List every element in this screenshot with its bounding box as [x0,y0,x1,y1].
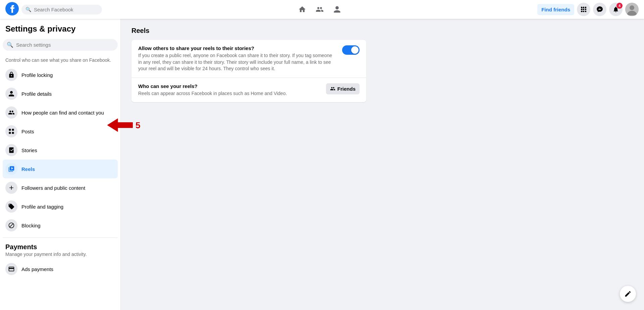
sidebar-item-profile-details[interactable]: Profile details [3,84,118,103]
top-navigation: 🔍 Find friends 4 [0,0,644,19]
allow-share-reels-desc: If you create a public reel, anyone on F… [138,52,337,72]
reels-icon [5,163,17,175]
nav-center [294,1,345,17]
svg-rect-9 [585,11,586,12]
find-contact-icon [5,106,17,119]
svg-rect-7 [581,11,582,12]
find-friends-button[interactable]: Find friends [537,4,574,15]
red-arrow-icon [107,117,134,134]
svg-rect-1 [581,7,582,8]
svg-rect-4 [581,9,582,10]
settings-search-icon: 🔍 [7,42,13,48]
settings-search-bar[interactable]: 🔍 [3,39,118,51]
stories-icon [5,144,17,156]
global-search-bar[interactable]: 🔍 [21,5,102,14]
svg-rect-2 [583,7,584,8]
avatar[interactable] [625,3,639,16]
profile-tagging-icon [5,201,17,213]
profile-tagging-label: Profile and tagging [21,204,63,210]
stories-label: Stories [21,147,37,153]
payments-title: Payments [3,240,118,252]
sidebar-title: Settings & privacy [3,24,118,36]
nav-right: Find friends 4 [537,3,639,16]
nav-left: 🔍 [5,2,102,17]
who-can-see-reels-desc: Reels can appear across Facebook in plac… [138,90,321,97]
sidebar-divider [3,237,118,238]
allow-share-reels-title: Allow others to share your reels to thei… [138,45,337,51]
friends-button-label: Friends [337,86,356,92]
profile-details-label: Profile details [21,91,52,97]
search-icon: 🔍 [25,7,31,12]
sidebar-item-profile-locking[interactable]: Profile locking [3,65,118,84]
home-nav-button[interactable] [294,1,310,17]
global-search-input[interactable] [34,7,98,12]
who-can-see-reels-action: Friends [326,83,360,94]
blocking-icon [5,219,17,231]
reels-label: Reels [21,166,35,172]
profile-locking-icon [5,69,17,81]
who-can-see-reels-title: Who can see your reels? [138,83,321,89]
svg-rect-14 [9,132,11,134]
sidebar-item-ads-payments[interactable]: Ads payments [3,260,118,278]
friends-button-icon [330,86,335,91]
sidebar: Settings & privacy 🔍 Control who can see… [0,19,121,310]
allow-share-reels-text: Allow others to share your reels to thei… [138,45,337,72]
svg-point-11 [630,5,634,10]
svg-rect-12 [9,129,11,131]
sidebar-item-followers[interactable]: Followers and public content [3,178,118,197]
sidebar-item-stories[interactable]: Stories [3,141,118,160]
notifications-button[interactable]: 4 [609,3,623,16]
allow-share-reels-row: Allow others to share your reels to thei… [131,40,366,78]
friends-nav-button[interactable] [312,1,328,17]
svg-rect-8 [583,11,584,12]
svg-rect-3 [585,7,586,8]
content-area: Reels Allow others to share your reels t… [121,19,644,310]
svg-marker-17 [107,119,133,132]
payments-desc: Manage your payment info and activity. [3,252,118,260]
svg-rect-13 [12,129,14,131]
section-description: Control who can see what you share on Fa… [3,56,118,65]
svg-rect-15 [12,132,14,134]
find-contact-label: How people can find and contact you [21,110,104,116]
notification-count: 4 [616,3,623,9]
sidebar-item-blocking[interactable]: Blocking [3,216,118,235]
main-layout: Settings & privacy 🔍 Control who can see… [0,19,644,310]
profile-nav-button[interactable] [329,1,345,17]
profile-locking-label: Profile locking [21,72,53,78]
sidebar-item-find-contact[interactable]: How people can find and contact you [3,103,118,122]
posts-icon [5,125,17,137]
allow-share-reels-toggle[interactable] [342,45,360,55]
svg-rect-5 [583,9,584,10]
sidebar-item-reels[interactable]: Reels [3,160,118,178]
compose-button[interactable] [620,286,636,302]
facebook-logo[interactable] [5,2,19,17]
svg-rect-6 [585,9,586,10]
reels-settings-card: Allow others to share your reels to thei… [131,40,366,102]
who-can-see-reels-row: Who can see your reels? Reels can appear… [131,78,366,102]
sidebar-item-profile-tagging[interactable]: Profile and tagging [3,197,118,216]
content-section-title: Reels [131,27,633,35]
who-can-see-reels-button[interactable]: Friends [326,83,360,94]
followers-icon [5,182,17,194]
apps-menu-button[interactable] [577,3,590,16]
who-can-see-reels-text: Who can see your reels? Reels can appear… [138,83,321,97]
ads-payments-icon [5,263,17,275]
sidebar-item-posts[interactable]: Posts [3,122,118,141]
settings-search-input[interactable] [16,42,114,48]
messenger-button[interactable] [593,3,606,16]
followers-label: Followers and public content [21,185,85,191]
posts-label: Posts [21,129,34,134]
blocking-label: Blocking [21,223,41,228]
annotation-number: 5 [136,120,140,131]
profile-details-icon [5,88,17,100]
arrow-annotation: 5 [107,117,140,134]
toggle-knob [351,46,359,54]
ads-payments-label: Ads payments [21,266,53,272]
allow-share-reels-action [342,45,360,55]
